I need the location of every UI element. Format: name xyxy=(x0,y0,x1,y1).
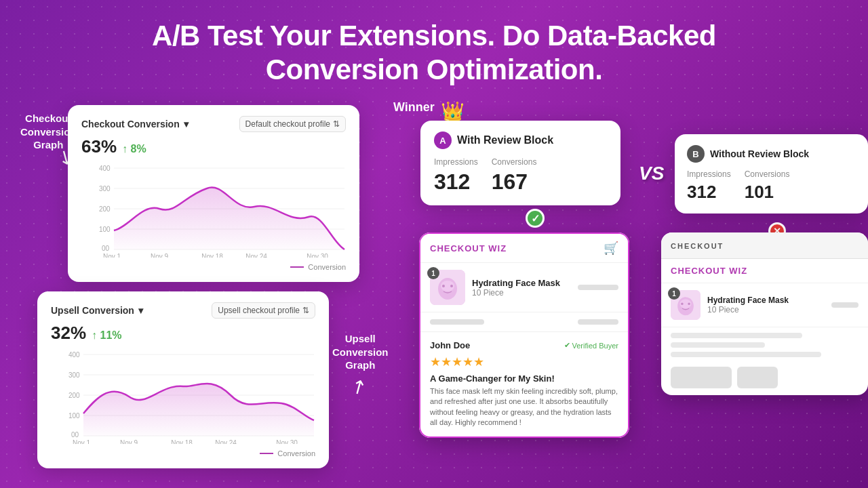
upsell-percent: 32% xyxy=(51,323,86,344)
wiz-a-header: CHECKOUT WIZ 🛒 xyxy=(420,234,628,263)
product-qty-badge: 1 xyxy=(427,267,439,279)
upsell-chart-svg: 400 300 200 100 00 Nov 1 xyxy=(51,349,315,447)
svg-text:Nov 1: Nov 1 xyxy=(73,439,91,444)
svg-text:Nov 18: Nov 18 xyxy=(201,253,223,258)
wiz-b-header: CHECKOUT WIZ xyxy=(661,259,868,283)
checkout-chart-title: Checkout Conversion xyxy=(81,119,180,129)
headline-line2: Conversion Optimization. xyxy=(0,53,868,87)
svg-point-39 xyxy=(688,303,690,305)
svg-text:Nov 1: Nov 1 xyxy=(103,253,121,258)
review-title: A Game-Changer for My Skin! xyxy=(430,373,618,384)
wiz-a-bars xyxy=(420,312,628,331)
checkout-chart-title-button[interactable]: Checkout Conversion ▾ xyxy=(81,119,189,129)
check-badge: ✓ xyxy=(526,209,545,228)
svg-text:300: 300 xyxy=(68,371,80,379)
crown-icon: 👑 xyxy=(441,100,465,123)
variant-b-badge: B xyxy=(687,145,705,163)
svg-text:200: 200 xyxy=(68,392,80,399)
svg-text:400: 400 xyxy=(68,351,80,359)
upsell-change: ↑ 11% xyxy=(92,329,121,342)
price-bar-b xyxy=(831,302,859,308)
wiz-b-checkout-label: CHECKOUT xyxy=(671,242,724,250)
variant-a-card: A With Review Block Impressions 312 Conv… xyxy=(420,121,620,205)
svg-text:100: 100 xyxy=(68,412,80,420)
svg-text:300: 300 xyxy=(99,185,111,192)
svg-text:Nov 9: Nov 9 xyxy=(120,439,138,444)
headline: A/B Test Your Extensions. Do Data-Backed… xyxy=(0,0,868,87)
chevron-icon: ⇅ xyxy=(302,306,309,315)
upsell-chart-title-button[interactable]: Upsell Conversion ▾ xyxy=(51,305,143,316)
variant-b-conversions-label: Conversions xyxy=(745,169,790,179)
svg-text:Nov 9: Nov 9 xyxy=(151,253,169,258)
product-name-a: Hydrating Face Mask xyxy=(472,278,571,288)
review-section: John Doe ✔ Verified Buyer ★★★★★ A Game-C… xyxy=(420,331,628,436)
svg-text:Nov 24: Nov 24 xyxy=(245,253,267,258)
variant-b-impressions: Impressions 312 xyxy=(687,169,731,203)
svg-text:Nov 30: Nov 30 xyxy=(276,439,298,444)
wiz-b-bottom-bar-2 xyxy=(737,367,778,388)
checkout-profile-label: Default checkout profile xyxy=(245,119,330,129)
cart-icon: 🛒 xyxy=(604,241,618,256)
wiz-b-bottom-bar-1 xyxy=(671,367,732,388)
variant-a-conversions: Conversions 167 xyxy=(492,157,537,195)
variant-b-impressions-value: 312 xyxy=(687,182,731,203)
variant-a-conversions-value: 167 xyxy=(492,169,537,195)
chevron-down-icon: ▾ xyxy=(184,119,189,129)
checkout-legend-label: Conversion xyxy=(308,263,346,271)
product-name-b: Hydrating Face Mask xyxy=(707,296,825,305)
variant-b-conversions: Conversions 101 xyxy=(745,169,790,203)
variant-a-impressions-value: 312 xyxy=(434,169,478,195)
svg-text:400: 400 xyxy=(99,165,111,172)
review-body: This face mask left my skin feeling incr… xyxy=(430,386,618,428)
upsell-profile-button[interactable]: Upsell checkout profile ⇅ xyxy=(212,302,315,319)
legend-line-icon xyxy=(290,266,304,268)
winner-label: Winner xyxy=(393,100,435,115)
product-sub-a: 10 Piece xyxy=(472,288,571,298)
chevron-down-icon: ▾ xyxy=(138,305,143,316)
variant-b-impressions-label: Impressions xyxy=(687,169,731,179)
checkout-wiz-a-card: CHECKOUT WIZ 🛒 1 Hy xyxy=(419,232,629,438)
wiz-b-bar-3 xyxy=(671,352,821,357)
reviewer-name: John Doe xyxy=(430,340,470,350)
wiz-a-title: CHECKOUT WIZ xyxy=(430,243,507,253)
upsell-arrow-icon: ↙ xyxy=(347,373,371,401)
wiz-b-title: CHECKOUT WIZ xyxy=(671,266,747,276)
variant-a-impressions: Impressions 312 xyxy=(434,157,478,195)
bar-2 xyxy=(578,319,618,325)
variant-b-conversions-value: 101 xyxy=(745,182,790,203)
bar-1 xyxy=(430,319,484,325)
star-rating: ★★★★★ xyxy=(430,354,618,369)
wiz-b-bar-2 xyxy=(671,342,765,348)
verified-badge: ✔ Verified Buyer xyxy=(564,341,618,350)
checkout-wiz-b-card: CHECKOUT CHECKOUT WIZ 1 Hydrating Face M… xyxy=(661,232,868,395)
check-icon: ✔ xyxy=(564,341,570,350)
svg-text:00: 00 xyxy=(102,245,110,252)
svg-text:Nov 18: Nov 18 xyxy=(171,439,193,444)
chevron-icon: ⇅ xyxy=(333,119,340,129)
product-sub-b: 10 Piece xyxy=(707,305,825,314)
product-image: 1 xyxy=(430,270,465,305)
upsell-chart-title: Upsell Conversion xyxy=(51,305,134,316)
variant-a-badge: A xyxy=(434,131,452,149)
legend-line-icon xyxy=(260,453,273,454)
checkout-change: ↑ 8% xyxy=(122,143,146,155)
wiz-b-bar-1 xyxy=(671,333,802,338)
variant-a-impressions-label: Impressions xyxy=(434,157,478,167)
headline-line1: A/B Test Your Extensions. Do Data-Backed xyxy=(0,19,868,53)
checkout-percent: 63% xyxy=(81,136,117,157)
wiz-b-bottom-bars xyxy=(661,363,868,395)
variant-a-title: With Review Block xyxy=(457,134,553,146)
svg-point-34 xyxy=(450,285,453,287)
price-bar xyxy=(578,285,618,290)
svg-text:200: 200 xyxy=(99,205,111,213)
product-info: Hydrating Face Mask 10 Piece xyxy=(472,278,571,298)
svg-text:Nov 30: Nov 30 xyxy=(307,253,328,258)
svg-point-38 xyxy=(681,303,683,305)
svg-text:00: 00 xyxy=(71,431,79,439)
variant-b-title: Without Review Block xyxy=(710,148,809,159)
upsell-legend-label: Conversion xyxy=(277,449,315,458)
checkout-profile-button[interactable]: Default checkout profile ⇅ xyxy=(239,116,346,132)
upsell-graph-label: UpsellConversionGraph xyxy=(332,332,389,372)
product-image-b: 1 xyxy=(671,290,701,320)
checkout-chart-svg: 400 300 200 100 00 xyxy=(81,163,346,260)
